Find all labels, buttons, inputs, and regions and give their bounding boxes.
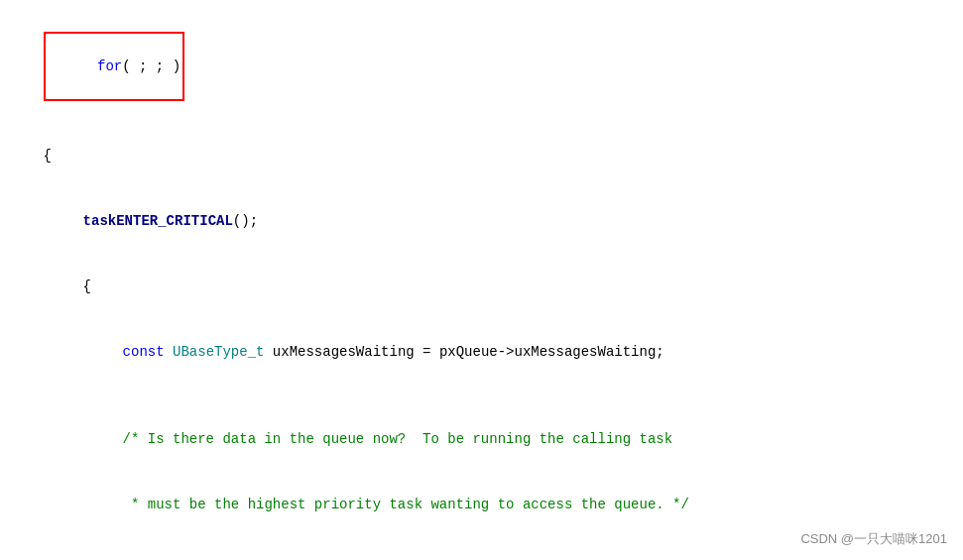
code-line-brace1: { <box>10 123 943 188</box>
code-line-blank1 <box>10 385 943 406</box>
const-kw: const <box>123 344 165 360</box>
code-line-for: for( ; ; ) <box>10 10 943 123</box>
comment2: * must be the highest priority task want… <box>123 497 689 512</box>
code-line-brace2: { <box>10 254 943 319</box>
watermark: CSDN @一只大喵咪1201 <box>800 530 947 548</box>
comment1: /* Is there data in the queue now? To be… <box>123 431 673 447</box>
for-keyword-box: for( ; ; ) <box>44 32 184 101</box>
code-line-const: const UBaseType_t uxMessagesWaiting = px… <box>10 319 943 385</box>
ubasetype: UBaseType_t <box>173 344 264 360</box>
code-line-comment2: * must be the highest priority task want… <box>10 472 943 537</box>
code-line-comment1: /* Is there data in the queue now? To be… <box>10 406 943 472</box>
taskenter-fn: taskENTER_CRITICAL <box>83 213 233 229</box>
for-keyword: for <box>97 58 122 74</box>
for-parens: ( ; ; ) <box>122 58 181 74</box>
code-container: for( ; ; ) { taskENTER_CRITICAL(); { con… <box>0 0 963 560</box>
code-line-taskenter: taskENTER_CRITICAL(); <box>10 188 943 254</box>
